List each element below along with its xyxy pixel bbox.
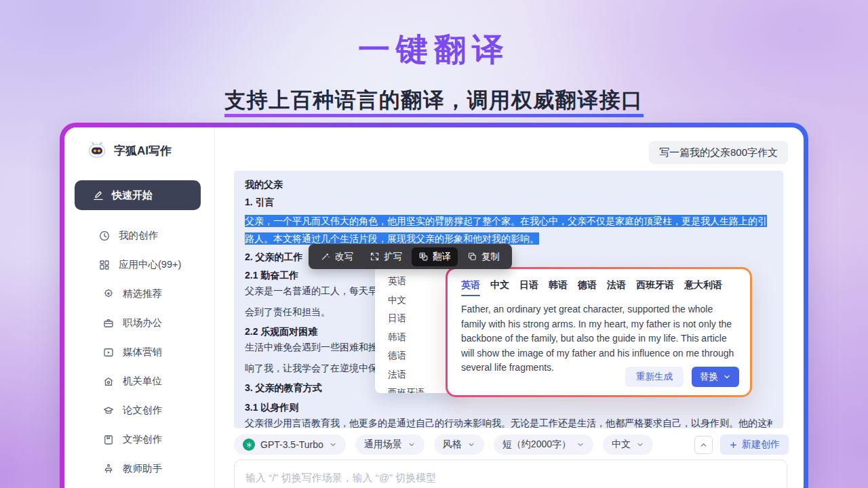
sidebar-item[interactable]: 精选推荐 <box>64 279 214 308</box>
sidebar-item-label: 文学创作 <box>123 433 162 446</box>
rewrite-icon <box>321 251 331 262</box>
sidebar-item-label: 职场办公 <box>123 317 162 329</box>
sidebar-menu: 我的创作 应用中心(99+) 精选推荐 职场办公 <box>64 221 214 483</box>
star-badge-icon <box>102 288 115 300</box>
translate-icon <box>418 251 429 262</box>
chevron-down-icon <box>723 373 731 381</box>
sidebar-item-label: 我的创作 <box>119 229 158 242</box>
hero-header: 一键翻译 支持上百种语言的翻译，调用权威翻译接口 <box>0 28 868 117</box>
sidebar-item-label: 精选推荐 <box>123 287 162 300</box>
user-prompt-bubble: 写一篇我的父亲800字作文 <box>649 141 788 164</box>
toolbar-button-label: 复制 <box>481 251 500 263</box>
language-tab[interactable]: 英语 <box>461 279 480 296</box>
essay-line: 父亲很少用言语教育我，他更多的是通过自己的行动来影响我。无论是工作还是生活，他都… <box>245 415 772 428</box>
graduation-icon <box>102 405 115 417</box>
sidebar-item-label: 媒体营销 <box>123 346 162 359</box>
language-tab[interactable]: 德语 <box>578 279 597 296</box>
essay-line: 1. 引言 <box>245 195 772 209</box>
chevron-down-icon <box>329 441 337 449</box>
replace-button[interactable]: 替换 <box>692 367 739 387</box>
language-tab[interactable]: 日语 <box>519 279 538 296</box>
app-window-inner: 字狐AI写作 快速开始 我的创作 应用中心(99+ <box>64 127 804 488</box>
sidebar-item-label: 应用中心(99+) <box>119 258 181 271</box>
sidebar-item-label: 机关单位 <box>123 375 162 388</box>
sidebar-item-label: 快速开始 <box>112 189 153 202</box>
book-icon <box>102 434 115 446</box>
mascot-logo-icon <box>86 141 108 160</box>
building-icon <box>102 375 115 388</box>
translation-popup: 英语 中文 日语 韩语 德语 法语 西班牙语 意大利语 <box>446 267 752 397</box>
app-window: 字狐AI写作 快速开始 我的创作 应用中心(99+ <box>60 123 808 488</box>
pen-icon <box>92 189 104 201</box>
toolbar-button-label: 扩写 <box>384 251 402 263</box>
clock-icon <box>98 230 111 242</box>
language-tab[interactable]: 意大利语 <box>684 279 722 296</box>
language-tab[interactable]: 法语 <box>607 279 626 296</box>
prompt-input[interactable] <box>234 460 787 488</box>
toolbar-button-label: 改写 <box>335 251 353 263</box>
copy-icon <box>467 251 477 262</box>
teacher-icon <box>102 463 115 475</box>
language-tab[interactable]: 西班牙语 <box>636 279 674 296</box>
sidebar-item[interactable]: 应用中心(99+) <box>64 250 214 279</box>
language-tab[interactable]: 中文 <box>490 279 509 296</box>
openai-icon <box>243 439 255 451</box>
collapse-button[interactable] <box>694 436 713 454</box>
apps-grid-icon <box>98 259 111 271</box>
page-subtitle: 支持上百种语言的翻译，调用权威翻译接口 <box>224 86 644 117</box>
scene-select[interactable]: 通用场景 <box>355 434 425 455</box>
style-select[interactable]: 风格 <box>434 434 484 455</box>
sidebar-item-label: 论文创作 <box>123 404 162 417</box>
sidebar-item[interactable]: 我的创作 <box>64 221 214 250</box>
chevron-down-icon <box>408 441 416 449</box>
toolbar-button[interactable]: 复制 <box>460 247 507 266</box>
sidebar-item[interactable]: 机关单位 <box>64 367 214 396</box>
page-title: 一键翻译 <box>0 28 868 71</box>
sidebar-item[interactable]: 论文创作 <box>64 396 214 425</box>
sidebar-item[interactable]: 职场办公 <box>64 308 214 338</box>
sidebar-item[interactable]: 文学创作 <box>64 425 214 454</box>
length-select[interactable]: 短（约2000字） <box>494 434 593 455</box>
chevron-down-icon <box>467 441 475 449</box>
chevron-up-icon <box>699 441 708 449</box>
toolbar-button[interactable]: 改写 <box>314 247 360 266</box>
toolbar-button[interactable]: 扩写 <box>363 247 409 266</box>
essay-line: 父亲，一个平凡而又伟大的角色，他用坚实的臂膀撑起了整个家。在我心中，父亲不仅是家… <box>245 212 772 247</box>
translation-actions: 重新生成 替换 <box>625 367 739 387</box>
new-creation-button[interactable]: 新建创作 <box>720 434 789 455</box>
essay-line: 我的父亲 <box>245 178 772 192</box>
toolbar-button[interactable]: 翻译 <box>412 247 458 266</box>
selection-toolbar: 改写 扩写 翻译 复制 <box>309 244 512 269</box>
translation-language-tabs: 英语 中文 日语 韩语 德语 法语 西班牙语 意大利语 <box>461 279 738 296</box>
model-select[interactable]: GPT-3.5-Turbo <box>234 434 346 455</box>
composer-controls: GPT-3.5-Turbo 通用场景 风格 短（约2000字） 中文 <box>234 434 789 455</box>
sidebar-item-label: 教师助手 <box>123 462 162 475</box>
media-icon <box>102 346 115 359</box>
sidebar-item[interactable]: 教师助手 <box>64 454 214 483</box>
chevron-down-icon <box>576 441 585 449</box>
sidebar-item-quick-start[interactable]: 快速开始 <box>75 180 201 210</box>
sidebar: 字狐AI写作 快速开始 我的创作 应用中心(99+ <box>64 127 215 488</box>
plus-icon <box>729 441 738 449</box>
toolbar-button-label: 翻译 <box>433 251 451 263</box>
chevron-down-icon <box>636 441 644 449</box>
output-language-select[interactable]: 中文 <box>603 434 653 455</box>
language-tab[interactable]: 韩语 <box>549 279 568 296</box>
briefcase-icon <box>102 317 115 329</box>
essay-line: 3.1 以身作则 <box>245 401 772 415</box>
brand: 字狐AI写作 <box>86 141 172 160</box>
brand-name: 字狐AI写作 <box>114 143 172 159</box>
expand-icon <box>370 251 380 262</box>
main-content: 写一篇我的父亲800字作文 我的父亲 1. 引言 父亲，一个平凡而又伟大的角色，… <box>215 127 804 488</box>
translation-result-text: Father, an ordinary yet great character,… <box>461 302 738 375</box>
regenerate-button[interactable]: 重新生成 <box>625 367 684 387</box>
sidebar-item[interactable]: 媒体营销 <box>64 338 214 367</box>
